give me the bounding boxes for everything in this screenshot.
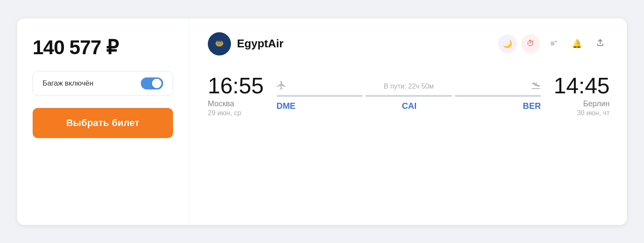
hourglass-icon: ⏱ [527, 39, 535, 48]
baggage-toggle[interactable] [141, 77, 163, 89]
arrival-city: Берлин [550, 99, 610, 108]
night-filter-button[interactable]: 🌙 [498, 34, 517, 53]
route-top: В пути: 22ч 50м [276, 80, 541, 92]
route-progress-bar [276, 95, 541, 97]
bell-icon: 🔔 [572, 39, 582, 49]
select-ticket-button[interactable]: Выбрать билет [33, 108, 173, 138]
filter-icon: ≡+ [550, 39, 557, 48]
route-segment-3 [455, 95, 541, 97]
filter-button[interactable]: ≡+ [544, 34, 563, 53]
departure-info: 16:55 Москва 29 июн, ср [208, 74, 268, 117]
departure-time: 16:55 [208, 74, 268, 97]
arrival-date: 30 июн, чт [550, 109, 610, 117]
price-panel: 140 577 ₽ Багаж включён Выбрать билет [17, 18, 189, 225]
notifications-button[interactable]: 🔔 [568, 34, 586, 53]
airports-row: DME CAI BER [276, 101, 541, 111]
moon-icon: 🌙 [503, 39, 512, 49]
flight-route-row: 16:55 Москва 29 июн, ср В пути: 22ч 50м [208, 74, 610, 117]
airport-ber: BER [523, 101, 541, 111]
flight-duration: В пути: 22ч 50м [291, 83, 526, 90]
route-segment-1 [276, 95, 363, 97]
top-bar: EgyptAir 🌙 ⏱ ≡+ 🔔 [208, 32, 610, 55]
departure-date: 29 июн, ср [208, 109, 268, 117]
price-display: 140 577 ₽ [33, 36, 118, 59]
share-button[interactable] [591, 34, 610, 53]
airport-cai: CAI [402, 101, 416, 111]
airline-name: EgyptAir [237, 37, 283, 50]
flight-details-panel: EgyptAir 🌙 ⏱ ≡+ 🔔 [189, 18, 627, 225]
action-icons: 🌙 ⏱ ≡+ 🔔 [498, 34, 610, 53]
arrival-info: 14:45 Берлин 30 июн, чт [550, 74, 610, 117]
share-icon [596, 38, 605, 49]
route-segment-2 [365, 95, 452, 97]
route-middle: В пути: 22ч 50м DME CAI BER [268, 80, 550, 111]
airline-info: EgyptAir [208, 32, 283, 55]
flight-card: 140 577 ₽ Багаж включён Выбрать билет [17, 18, 627, 225]
arrival-time: 14:45 [550, 74, 610, 97]
airport-dme: DME [276, 101, 295, 111]
duration-filter-button[interactable]: ⏱ [521, 34, 540, 53]
baggage-label: Багаж включён [43, 79, 94, 88]
svg-point-4 [217, 44, 222, 46]
arrival-plane-icon [531, 80, 541, 92]
airline-logo [208, 32, 231, 55]
baggage-row: Багаж включён [33, 71, 173, 96]
departure-city: Москва [208, 99, 268, 108]
departure-plane-icon [276, 80, 287, 92]
